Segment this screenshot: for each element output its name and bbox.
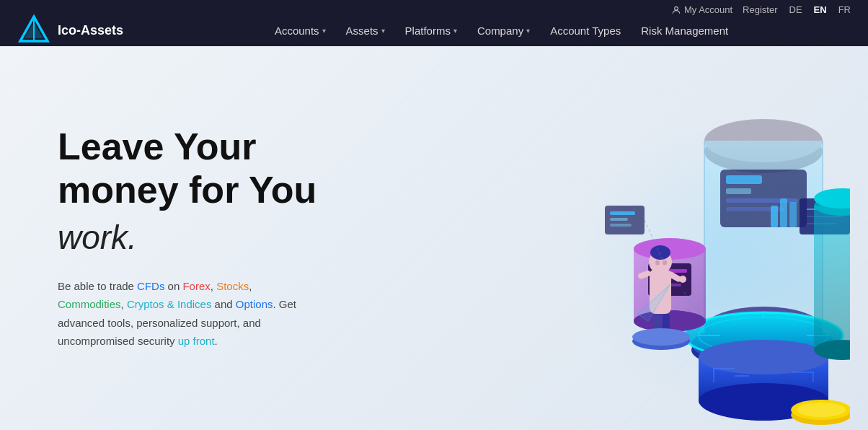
chevron-down-icon: ▾ [322, 27, 326, 35]
hero-content: Leave Your money for You work. Be able t… [58, 126, 316, 351]
svg-rect-17 [771, 206, 778, 227]
svg-point-70 [797, 403, 846, 417]
chevron-down-icon: ▾ [526, 27, 530, 35]
svg-rect-40 [812, 372, 814, 382]
svg-rect-39 [792, 372, 814, 373]
chevron-down-icon: ▾ [453, 27, 457, 35]
lang-fr[interactable]: FR [838, 4, 851, 15]
highlight-stocks: Stocks [216, 280, 249, 292]
brand-name: Ico-Assets [58, 23, 123, 38]
nav-risk-management-label: Risk Management [641, 25, 728, 37]
top-utility-bar: My Account Register DE EN FR [671, 4, 851, 15]
svg-rect-19 [789, 202, 797, 227]
nav-assets-label: Assets [346, 25, 378, 37]
svg-point-55 [679, 276, 686, 283]
nav-item-assets[interactable]: Assets ▾ [337, 19, 394, 43]
highlight-up-front: up front [178, 335, 215, 347]
nav-item-account-types[interactable]: Account Types [541, 19, 629, 43]
svg-point-58 [655, 260, 660, 266]
hero-title-line1: Leave Your [58, 126, 257, 167]
nav-platforms-label: Platforms [405, 25, 451, 37]
svg-rect-36 [713, 368, 735, 369]
svg-rect-13 [726, 175, 762, 184]
highlight-cryptos: Cryptos & Indices [127, 298, 212, 310]
nav-item-accounts[interactable]: Accounts ▾ [266, 19, 335, 43]
svg-rect-65 [814, 206, 850, 350]
brand[interactable]: Ico-Assets [17, 14, 123, 47]
hero-title-line2: money for You [58, 169, 316, 211]
navbar: My Account Register DE EN FR Ico-Assets [0, 0, 868, 46]
nav-item-risk-management[interactable]: Risk Management [632, 19, 737, 43]
register-link[interactable]: Register [743, 4, 777, 15]
hero-title-italic: work. [58, 218, 316, 257]
svg-rect-72 [610, 211, 635, 215]
hero-illustration-svg [490, 47, 850, 429]
hero-description: Be able to trade CFDs on Forex, Stocks, … [58, 277, 316, 351]
highlight-commodities: Commodities [58, 298, 121, 310]
svg-rect-18 [780, 198, 787, 227]
nav-company-label: Company [477, 25, 523, 37]
chevron-down-icon: ▾ [381, 27, 385, 35]
lang-en[interactable]: EN [814, 4, 827, 15]
svg-point-0 [675, 6, 678, 10]
hero-section: Leave Your money for You work. Be able t… [0, 46, 868, 430]
svg-rect-38 [735, 375, 749, 377]
nav-item-platforms[interactable]: Platforms ▾ [397, 19, 466, 43]
nav-links: Accounts ▾ Assets ▾ Platforms ▾ Company … [152, 19, 851, 43]
register-label: Register [743, 4, 777, 15]
nav-item-company[interactable]: Company ▾ [469, 19, 539, 43]
svg-point-59 [663, 260, 667, 266]
svg-rect-74 [610, 224, 632, 227]
svg-rect-14 [726, 188, 751, 194]
highlight-forex: Forex [182, 280, 210, 292]
account-links: My Account Register [671, 4, 778, 15]
svg-rect-37 [713, 368, 714, 382]
svg-point-57 [650, 245, 670, 260]
svg-rect-73 [610, 218, 628, 221]
language-switcher: DE EN FR [789, 4, 851, 15]
hero-title: Leave Your money for You [58, 126, 316, 212]
highlight-cfds: CFDs [137, 280, 164, 292]
my-account-link[interactable]: My Account [671, 4, 732, 15]
brand-logo-icon [17, 14, 50, 47]
nav-account-types-label: Account Types [550, 25, 621, 37]
highlight-options: Options [236, 298, 273, 310]
svg-point-63 [632, 328, 690, 346]
lang-de[interactable]: DE [789, 4, 802, 15]
nav-accounts-label: Accounts [275, 25, 319, 37]
my-account-label: My Account [684, 4, 732, 15]
hero-illustration [471, 46, 868, 430]
